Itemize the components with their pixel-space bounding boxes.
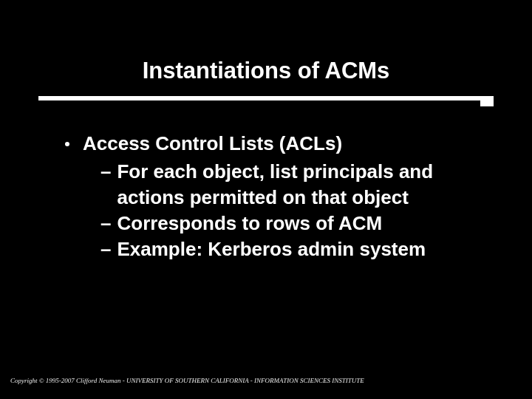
bullet-dot-icon xyxy=(65,142,69,146)
dash-icon: – xyxy=(100,159,111,185)
sub-text: Corresponds to rows of ACM xyxy=(117,211,488,236)
dash-icon: – xyxy=(100,236,111,262)
sub-list: – For each object, list principals and a… xyxy=(100,159,488,262)
slide-title: Instantiations of ACMs xyxy=(143,58,390,84)
bullet-item: Access Control Lists (ACLs) xyxy=(65,132,488,156)
sub-item: – Example: Kerberos admin system xyxy=(100,236,488,262)
title-underline-notch xyxy=(480,100,494,106)
sub-item: – Corresponds to rows of ACM xyxy=(100,211,488,236)
bullet-text: Access Control Lists (ACLs) xyxy=(83,132,342,156)
dash-icon: – xyxy=(100,211,111,236)
sub-text: For each object, list principals and act… xyxy=(117,159,488,211)
slide: Instantiations of ACMs Access Control Li… xyxy=(0,0,532,399)
title-underline xyxy=(38,96,494,100)
content-area: Access Control Lists (ACLs) – For each o… xyxy=(65,132,488,262)
copyright-footer: Copyright © 1995-2007 Clifford Neuman - … xyxy=(10,377,364,384)
title-area: Instantiations of ACMs xyxy=(0,0,532,84)
sub-text: Example: Kerberos admin system xyxy=(117,236,488,262)
sub-item: – For each object, list principals and a… xyxy=(100,159,488,211)
